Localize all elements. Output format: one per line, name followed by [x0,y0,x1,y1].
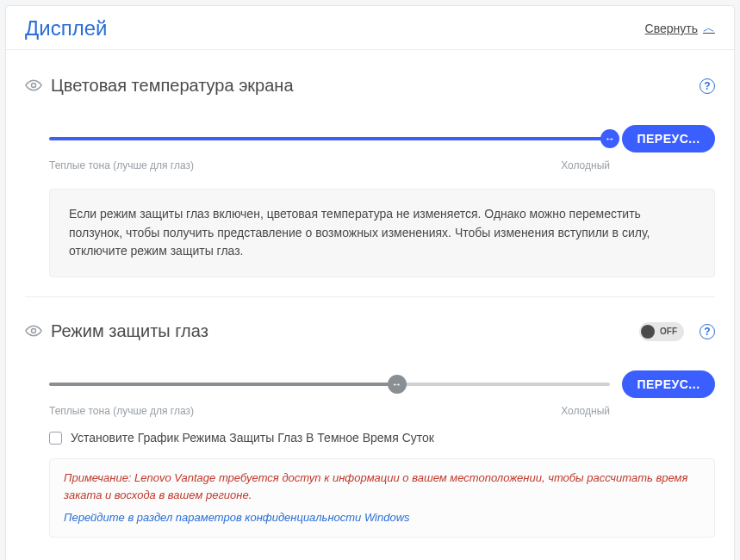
location-notice: Примечание: Lenovo Vantage требуется дос… [49,458,715,538]
warm-label: Теплые тона (лучше для глаз) [49,405,194,417]
eye-icon [25,78,42,94]
eye-icon [25,324,42,339]
chevron-up-icon: ︿ [703,21,715,36]
section-head: Режим защиты глаз OFF ? [25,321,715,341]
color-temp-slider[interactable]: ↔ [49,131,610,146]
toggle-knob [641,325,655,339]
section-title: Режим защиты глаз [51,321,631,341]
slider-thumb[interactable]: ↔ [600,129,619,148]
slider-row: ↔ ПЕРЕУС... [49,370,715,398]
svg-point-0 [32,83,36,87]
section-color-temperature: Цветовая температура экрана ? ↔ ПЕРЕУС..… [25,65,715,296]
slider-labels: Теплые тона (лучше для глаз) Холодный [49,159,610,171]
checkbox-label: Установите График Режима Защиты Глаз В Т… [71,431,434,445]
collapse-label: Свернуть [645,22,698,35]
section-eye-care: Режим защиты глаз OFF ? ↔ ПЕРЕУС... Тепл… [25,296,715,557]
toggle-label: OFF [660,327,677,336]
eye-care-toggle[interactable]: OFF [639,322,684,341]
eye-care-slider[interactable]: ↔ [49,376,610,392]
help-icon[interactable]: ? [700,78,715,94]
slider-labels: Теплые тона (лучше для глаз) Холодный [49,405,610,417]
notice-text: Примечание: Lenovo Vantage требуется дос… [64,471,687,501]
slider-row: ↔ ПЕРЕУС... [49,125,715,152]
panel-header: Дисплей Свернуть ︿ [6,6,734,49]
collapse-link[interactable]: Свернуть ︿ [645,21,715,36]
panel-body: Цветовая температура экрана ? ↔ ПЕРЕУС..… [6,49,734,560]
display-panel: Дисплей Свернуть ︿ Цветовая температура … [5,5,735,560]
info-box: Если режим защиты глаз включен, цветовая… [49,189,715,277]
schedule-checkbox-row[interactable]: Установите График Режима Защиты Глаз В Т… [49,431,715,445]
checkbox-icon[interactable] [49,432,62,445]
privacy-settings-link[interactable]: Перейдите в раздел параметров конфиденци… [64,509,700,526]
warm-label: Теплые тона (лучше для глаз) [49,159,194,171]
cold-label: Холодный [561,159,610,171]
cold-label: Холодный [561,405,610,417]
slider-fill [49,137,610,140]
slider-thumb[interactable]: ↔ [388,375,407,394]
section-title: Цветовая температура экрана [51,76,691,96]
slider-fill [49,383,397,386]
help-icon[interactable]: ? [700,324,715,339]
section-head: Цветовая температура экрана ? [25,76,715,96]
reset-button[interactable]: ПЕРЕУС... [622,370,715,398]
panel-title: Дисплей [25,16,107,40]
reset-button[interactable]: ПЕРЕУС... [622,125,715,152]
svg-point-1 [32,328,36,333]
